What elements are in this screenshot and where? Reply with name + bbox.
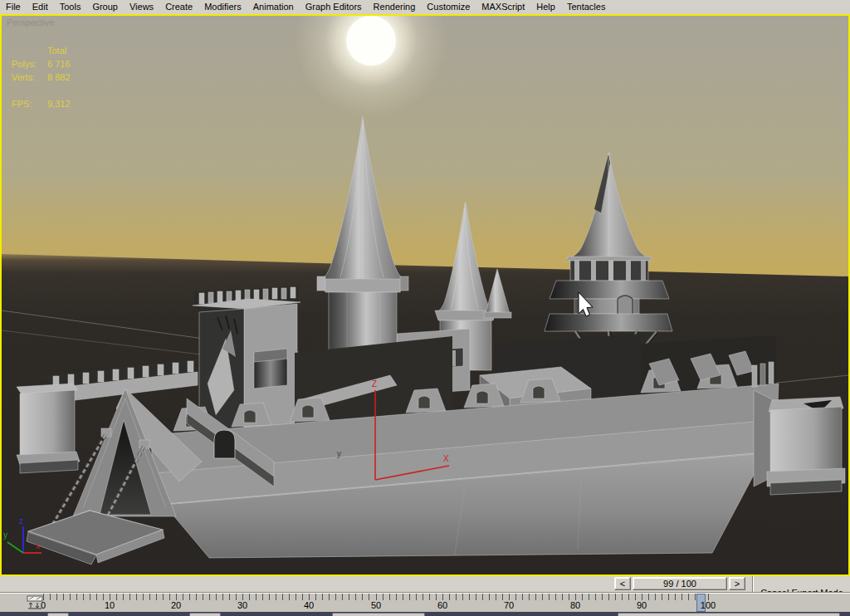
ruler-tick [635,594,636,600]
ruler-tick [149,594,150,600]
status-pill [332,613,425,616]
ruler-tick [449,594,450,600]
track-bar[interactable]: 0102030405060708090100 [0,592,850,612]
next-frame-button[interactable]: > [729,577,745,590]
ruler-tick [628,594,629,600]
ruler-tick [96,594,97,600]
ruler-tick [469,594,470,600]
menu-item-maxscript[interactable]: MAXScript [476,0,530,14]
ruler-tick [615,594,616,600]
ruler-tick [156,594,157,600]
menu-item-rendering[interactable]: Rendering [368,0,422,14]
ruler-tick [562,594,563,600]
tripod-x-label: x [36,541,40,550]
ruler-tick [203,594,203,600]
ruler-label-100: 100 [701,600,716,610]
ruler-tick [315,594,316,600]
ruler-tick [575,594,576,600]
ruler-tick [309,594,310,600]
menu-item-views[interactable]: Views [124,0,159,14]
ruler-tick [681,594,682,600]
ruler-tick [482,594,483,600]
ruler-tick [509,594,510,600]
ruler-tick [662,594,662,600]
ruler-tick [555,594,556,600]
ruler-tick [409,594,410,600]
ruler-tick [262,594,263,600]
ruler-tick [289,594,290,600]
status-pill [189,613,221,616]
ruler-tick [110,594,110,600]
ruler-tick [423,594,423,600]
viewport-perspective[interactable]: Z X y z y x Perspective Total Polys: 6 7… [0,14,850,576]
menu-item-help[interactable]: Help [530,0,561,14]
ruler-label-0: 0 [41,600,46,610]
ruler-label-90: 90 [637,600,647,610]
ruler-tick [196,594,197,600]
menu-item-edit[interactable]: Edit [27,0,54,14]
menu-item-group[interactable]: Group [86,0,124,14]
previous-frame-button[interactable]: < [614,577,631,590]
gizmo-x-label: X [443,454,449,463]
menu-item-file[interactable]: File [0,0,27,14]
ruler-tick [396,594,397,600]
ruler-tick [236,594,237,600]
ruler-tick [436,594,437,600]
tripod-y-label: y [3,530,7,540]
status-strip [0,612,850,616]
ruler-tick [349,594,349,600]
status-pill [618,613,840,616]
ruler-tick [456,594,457,600]
gizmo-z-label: Z [372,379,377,389]
menu-item-tools[interactable]: Tools [54,0,87,14]
time-slider-handle[interactable]: 99 / 100 [633,577,727,590]
menu-item-animation[interactable]: Animation [247,0,300,14]
ruler-tick [276,594,276,600]
ruler-tick [668,594,669,600]
ruler-tick [209,594,210,600]
ruler-tick [176,594,177,600]
ruler-tick [655,594,656,600]
ruler-tick [269,594,270,600]
ruler-tick [43,594,44,600]
ruler-tick [429,594,430,600]
ruler-tick [648,594,649,600]
ruler-tick [229,594,230,600]
ruler-tick [442,594,443,600]
ruler-tick [362,594,363,600]
ruler-tick [322,594,323,600]
ruler-tick [355,594,356,600]
time-slider-track[interactable]: < 99 / 100 > [0,576,850,592]
ruler-tick [189,594,190,600]
left-bastion [17,384,80,473]
ruler-tick [695,594,696,600]
ruler-tick [535,594,536,600]
ruler-label-30: 30 [237,600,247,610]
ruler-tick [103,594,104,600]
ruler-tick [56,594,57,600]
menu-item-create[interactable]: Create [159,0,198,14]
ruler-tick [589,594,589,600]
ruler-tick [50,594,51,600]
ruler-tick [569,594,569,600]
menu-item-modifiers[interactable]: Modifiers [198,0,247,14]
viewport-label[interactable]: Perspective [7,17,54,27]
menu-item-customize[interactable]: Customize [421,0,476,14]
ruler-tick [116,594,117,600]
ruler-tick [595,594,596,600]
ruler-tick [90,594,90,600]
ruler-tick [163,594,164,600]
scene-3d: Z X y z y x [2,16,848,574]
ruler-tick [376,594,377,600]
ruler-tick [282,594,283,600]
ruler-tick [416,594,417,600]
ruler-tick [403,594,403,600]
menu-item-graph-editors[interactable]: Graph Editors [300,0,368,14]
ruler-tick [496,594,496,600]
ruler-tick [342,594,343,600]
tripod-z-label: z [19,516,23,526]
ruler-tick [708,594,709,600]
menu-item-tentacles[interactable]: Tentacles [561,0,611,14]
ruler-tick [256,594,256,600]
ruler-label-50: 50 [371,600,381,610]
